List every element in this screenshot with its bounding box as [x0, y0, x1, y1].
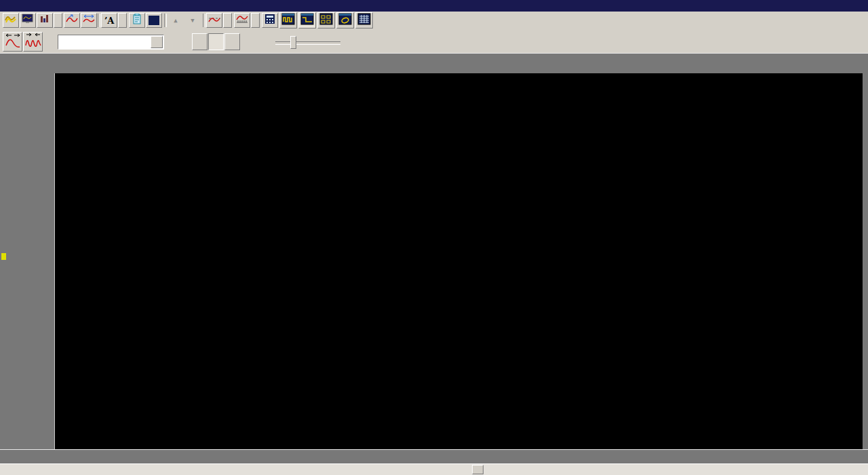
- clipboard-button[interactable]: [129, 13, 145, 28]
- split-panes-icon: [319, 13, 333, 28]
- wave-baseline-dropdown[interactable]: [223, 13, 232, 28]
- wave-span-icon: [83, 14, 95, 27]
- zoom-range-select[interactable]: [58, 35, 164, 50]
- zoom-toolbar: [0, 30, 868, 53]
- wave-zoom-icon: [66, 14, 78, 27]
- calculator-icon: [264, 14, 275, 27]
- monitor-icon: [22, 14, 34, 27]
- arrow-up-icon: ▲: [174, 18, 177, 22]
- wave-axis-dropdown[interactable]: [251, 13, 260, 28]
- text-tool-icon: ʼA: [104, 16, 115, 26]
- zoom-window-icon: [300, 13, 314, 28]
- time-status-bar: [0, 449, 868, 463]
- h-scrollbar[interactable]: [0, 463, 868, 475]
- right-margin: [863, 73, 868, 449]
- main-toolbar: ʼA ▲ ▼: [0, 12, 868, 31]
- step-back-button[interactable]: [192, 33, 208, 50]
- wave-baseline-icon: [208, 14, 220, 27]
- xy-ellipse-icon: [338, 13, 352, 28]
- zoom-display-button[interactable]: [298, 12, 316, 28]
- bar-display-button[interactable]: [37, 13, 53, 28]
- step-forward-button[interactable]: [224, 33, 240, 50]
- zoom-wave-button[interactable]: [64, 13, 80, 28]
- clipboard-icon: [132, 14, 142, 27]
- bar-display-dropdown[interactable]: [54, 13, 62, 28]
- double-wave-icon: [5, 14, 17, 27]
- speed-slider-ticks: [277, 34, 339, 37]
- expand-wave-icon: [5, 32, 21, 52]
- speed-slider-track[interactable]: [275, 41, 340, 45]
- compress-wave-button[interactable]: [23, 32, 43, 52]
- compress-wave-icon: [25, 32, 41, 52]
- waveform-display-button[interactable]: [3, 13, 19, 28]
- viewer-window: ʼA ▲ ▼: [0, 0, 868, 475]
- y-axis-gutter: [0, 73, 54, 449]
- wave-axis-button[interactable]: [234, 13, 250, 28]
- channel-color-swatch: [1, 253, 6, 260]
- waveform-canvas: [55, 73, 863, 449]
- ty-display-button[interactable]: [279, 12, 297, 28]
- group-plus-button: ▲: [167, 13, 184, 28]
- chevron-down-icon[interactable]: [151, 36, 163, 48]
- list-display-button[interactable]: [355, 12, 373, 28]
- toolbar-separator: [164, 14, 167, 27]
- info-band: [0, 53, 868, 73]
- group-minus-button: ▼: [184, 13, 201, 28]
- split-display-button[interactable]: [317, 12, 335, 28]
- color-swatch-button[interactable]: [146, 13, 162, 28]
- xy-display-button[interactable]: [336, 12, 354, 28]
- expand-wave-button[interactable]: [3, 32, 22, 52]
- annotation-text-dropdown[interactable]: [118, 13, 127, 28]
- toolbar-separator: [98, 14, 100, 27]
- speed-slider-thumb[interactable]: [290, 36, 296, 49]
- stop-button[interactable]: [208, 33, 224, 50]
- wave-baseline-button[interactable]: [206, 13, 222, 28]
- color-swatch-icon: [149, 16, 159, 25]
- toolbar-separator: [203, 14, 205, 27]
- plot-region: [0, 73, 868, 449]
- waveform-plot[interactable]: [54, 73, 863, 449]
- monitor-display-button[interactable]: [20, 13, 36, 28]
- wave-span-button[interactable]: [81, 13, 97, 28]
- wave-axis-icon: [236, 14, 248, 27]
- arrow-down-icon: ▼: [191, 18, 194, 22]
- calculator-button[interactable]: [262, 13, 278, 28]
- table-grid-icon: [357, 13, 371, 28]
- ty-waveform-icon: [281, 13, 295, 28]
- bar-chart-icon: [39, 14, 50, 27]
- active-channel[interactable]: [1, 252, 7, 261]
- annotation-text-button[interactable]: ʼA: [101, 13, 117, 28]
- title-bar[interactable]: [0, 0, 868, 12]
- h-scrollbar-thumb[interactable]: [472, 465, 484, 474]
